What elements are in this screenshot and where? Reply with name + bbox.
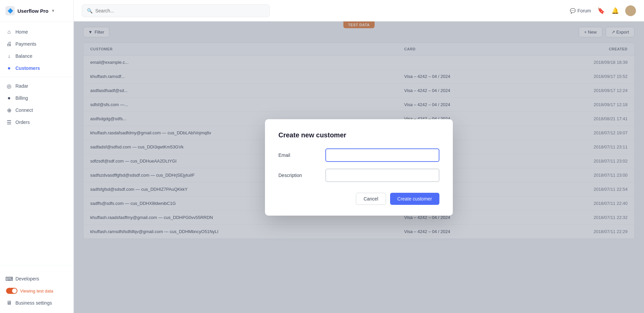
app-name: Userflow Pro [17, 8, 49, 14]
sidebar-item-home-label: Home [15, 29, 28, 35]
modal-title: Create new customer [278, 131, 439, 139]
sidebar-item-orders[interactable]: ☰ Orders [0, 116, 73, 128]
bookmark-icon[interactable]: 🔖 [596, 6, 606, 15]
sidebar-item-connect[interactable]: ⊕ Connect [0, 104, 73, 116]
sidebar-item-billing-label: Billing [15, 95, 28, 101]
sidebar-item-business-settings-label: Business settings [15, 300, 52, 306]
sidebar-item-payments-label: Payments [15, 41, 36, 47]
sidebar-item-radar[interactable]: ◎ Radar [0, 80, 73, 92]
main-area: 🔍 💬 Forum 🔖 🔔 TEST DATA ▼ Filter [74, 0, 644, 313]
balance-icon: ↓ [6, 53, 12, 59]
sidebar-item-payments[interactable]: 🖨 Payments [0, 38, 73, 50]
sidebar-item-radar-label: Radar [15, 83, 28, 89]
sidebar-nav: ⌂ Home 🖨 Payments ↓ Balance ● Customers … [0, 22, 73, 263]
sidebar-item-balance[interactable]: ↓ Balance [0, 50, 73, 62]
sidebar-item-billing[interactable]: ● Billing [0, 92, 73, 104]
test-data-label: Viewing test data [20, 288, 53, 294]
create-customer-modal: Create new customer Email Description Ca… [265, 119, 453, 216]
home-icon: ⌂ [6, 29, 12, 35]
email-form-row: Email [278, 148, 439, 162]
logo-icon: 🔷 [5, 6, 15, 15]
nav-divider-1 [0, 77, 73, 77]
sidebar-item-developers[interactable]: ⌨ Developers [0, 273, 73, 285]
business-settings-icon: 🖥 [6, 300, 12, 306]
sidebar-item-orders-label: Orders [15, 120, 30, 125]
connect-icon: ⊕ [6, 107, 12, 113]
content-area: TEST DATA ▼ Filter + New ↗ Export [74, 21, 644, 313]
description-form-row: Description [278, 169, 439, 182]
nav-divider-2 [0, 266, 73, 266]
customers-icon: ● [6, 65, 12, 71]
header-right: 💬 Forum 🔖 🔔 [570, 5, 636, 16]
modal-overlay[interactable]: Create new customer Email Description Ca… [74, 21, 644, 313]
sidebar-item-balance-label: Balance [15, 53, 33, 59]
logo-chevron: ▾ [52, 8, 54, 13]
avatar[interactable] [625, 5, 636, 16]
email-input[interactable] [325, 148, 439, 162]
sidebar-bottom: ⌨ Developers Viewing test data 🖥 Busines… [0, 269, 73, 313]
cancel-button[interactable]: Cancel [356, 193, 386, 205]
orders-icon: ☰ [6, 119, 12, 125]
forum-link[interactable]: 💬 Forum [570, 8, 591, 13]
sidebar-item-business-settings[interactable]: 🖥 Business settings [0, 297, 73, 309]
search-bar[interactable]: 🔍 [82, 4, 270, 17]
sidebar-item-home[interactable]: ⌂ Home [0, 26, 73, 38]
sidebar-item-developers-label: Developers [15, 276, 39, 281]
header-icons: 🔖 🔔 [596, 6, 620, 15]
header: 🔍 💬 Forum 🔖 🔔 [74, 0, 644, 21]
app-logo[interactable]: 🔷 Userflow Pro ▾ [0, 0, 73, 22]
create-customer-button[interactable]: Create customer [390, 193, 439, 205]
search-icon: 🔍 [87, 8, 93, 13]
test-data-toggle[interactable] [6, 288, 17, 294]
forum-label: Forum [578, 8, 591, 13]
radar-icon: ◎ [6, 83, 12, 89]
sidebar-item-customers[interactable]: ● Customers [0, 62, 73, 74]
bell-icon[interactable]: 🔔 [610, 6, 620, 15]
test-data-toggle-container[interactable]: Viewing test data [0, 285, 73, 297]
billing-icon: ● [6, 95, 12, 101]
sidebar: 🔷 Userflow Pro ▾ ⌂ Home 🖨 Payments ↓ Bal… [0, 0, 74, 313]
payments-icon: 🖨 [6, 41, 12, 47]
description-label: Description [278, 173, 319, 178]
sidebar-item-customers-label: Customers [15, 65, 40, 71]
description-input[interactable] [325, 169, 439, 182]
email-label: Email [278, 152, 319, 158]
forum-icon: 💬 [570, 8, 576, 13]
developers-icon: ⌨ [6, 276, 12, 282]
modal-actions: Cancel Create customer [278, 193, 439, 205]
search-input[interactable] [95, 8, 265, 13]
sidebar-item-connect-label: Connect [15, 107, 33, 113]
